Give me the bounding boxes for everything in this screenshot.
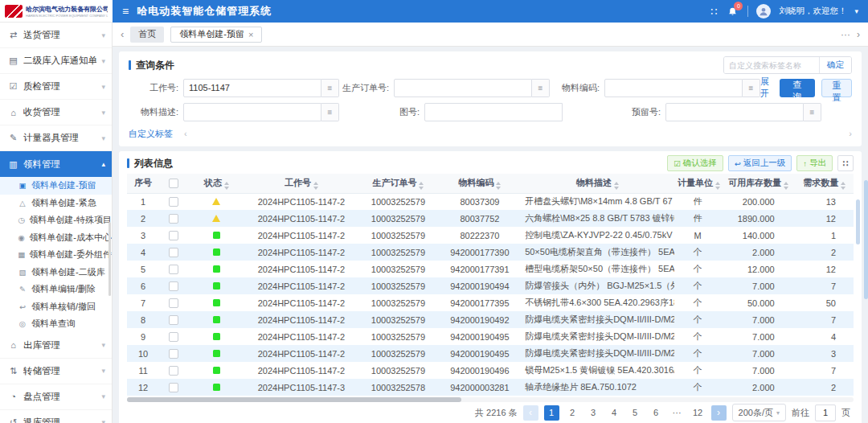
custom-tag-search-input[interactable] <box>724 57 819 73</box>
sort-carets-icon[interactable] <box>784 182 788 190</box>
sort-carets-icon[interactable] <box>313 182 318 190</box>
sidebar-subitem[interactable]: ▧ 领料单创建-二级库 <box>0 264 112 281</box>
page-number[interactable]: 4 <box>607 405 622 421</box>
sidebar-item[interactable]: ◔ 盘点管理 ▾ <box>0 384 112 410</box>
column-header[interactable]: 物料描述 <box>521 174 674 193</box>
grid-view-icon[interactable]: ∷ <box>837 155 854 171</box>
table-row[interactable]: 3 2024HPC1105-1147-2 10003252579 8022237… <box>127 227 854 244</box>
table-row[interactable]: 2 2024HPC1105-1147-2 10003252579 8003775… <box>127 210 854 227</box>
row-checkbox[interactable] <box>169 298 178 308</box>
query-field-input[interactable] <box>183 103 321 121</box>
sort-carets-icon[interactable] <box>496 182 501 190</box>
sidebar-subitem[interactable]: ◉ 领料单创建-成本中心 <box>0 229 112 247</box>
table-row[interactable]: 10 2024HPC1105-1147-2 10003252579 942000… <box>127 345 854 362</box>
user-avatar[interactable] <box>756 4 771 18</box>
page-number[interactable]: 3 <box>586 405 601 421</box>
select-all-checkbox[interactable] <box>169 179 178 188</box>
list-select-icon[interactable]: ≡ <box>321 79 339 97</box>
table-row[interactable]: 9 2024HPC1105-1147-2 10003252579 9420001… <box>127 328 854 345</box>
sidebar-subitem[interactable]: ↩ 领料单核销/撤回 <box>0 298 112 316</box>
column-header[interactable]: 物料编码 <box>439 174 521 193</box>
prev-page-icon[interactable]: ‹ <box>523 405 538 421</box>
sort-carets-icon[interactable] <box>715 182 720 190</box>
table-row[interactable]: 11 2024HPC1105-1147-2 10003252579 942000… <box>127 362 854 379</box>
expand-link[interactable]: 展开 <box>760 76 773 100</box>
row-checkbox[interactable] <box>169 281 178 291</box>
query-field-input[interactable] <box>665 103 804 121</box>
collapse-menu-icon[interactable]: ≡ <box>122 6 129 17</box>
sidebar-subitem[interactable]: ◎ 领料单查询 <box>0 315 112 333</box>
list-toolbar-button[interactable]: ↩ 返回上一级 <box>728 155 792 171</box>
tabs-scroll-left-icon[interactable]: ‹ <box>121 28 124 40</box>
tabs-more-icon[interactable]: ··· <box>841 29 850 40</box>
page-number[interactable]: 6 <box>649 405 664 421</box>
tags-scroll-right-icon[interactable]: › <box>849 129 852 138</box>
row-checkbox[interactable] <box>169 366 178 376</box>
table-row[interactable]: 4 2024HPC1105-1147-2 10003252579 9420001… <box>127 244 854 261</box>
row-checkbox[interactable] <box>169 383 178 392</box>
sidebar-item[interactable]: ⌂ 出库管理 ▾ <box>0 333 112 359</box>
sidebar-scrollbar[interactable] <box>108 222 111 296</box>
list-select-icon[interactable]: ≡ <box>743 79 760 97</box>
row-checkbox[interactable] <box>169 231 178 240</box>
column-header[interactable]: 工作号 <box>245 174 358 193</box>
list-select-icon[interactable]: ≡ <box>532 79 550 97</box>
page-number[interactable]: ··· <box>669 405 685 421</box>
sidebar-item[interactable]: ⇅ 转储管理 ▾ <box>0 359 112 384</box>
table-row[interactable]: 7 2024HPC1105-1147-2 10003252579 9420001… <box>127 294 854 311</box>
reset-button[interactable]: 重置 <box>821 79 852 97</box>
tags-scroll-left-icon[interactable]: ‹ <box>184 129 187 138</box>
table-row[interactable]: 12 2024HPC1105-1147-3 10003252578 942000… <box>127 379 854 396</box>
row-checkbox[interactable] <box>169 332 178 342</box>
row-checkbox[interactable] <box>169 197 178 207</box>
query-field-input[interactable] <box>183 79 321 97</box>
row-checkbox[interactable] <box>169 349 178 359</box>
search-button[interactable]: 查询 <box>780 79 815 97</box>
column-header[interactable]: 需求数量 <box>796 174 854 193</box>
page-size-select[interactable]: 200条/页 ▾ <box>732 404 786 421</box>
column-header[interactable]: 生产订单号 <box>358 174 438 193</box>
table-row[interactable]: 6 2024HPC1105-1147-2 10003252579 9420001… <box>127 277 854 294</box>
sidebar-item[interactable]: ↺ 退库管理 ▾ <box>0 410 112 423</box>
sort-carets-icon[interactable] <box>614 182 619 190</box>
page-number[interactable]: 1 <box>544 405 559 421</box>
tab-home[interactable]: 首页 <box>130 27 164 43</box>
table-row[interactable]: 5 2024HPC1105-1147-2 10003252579 9420001… <box>127 261 854 277</box>
query-field-input[interactable] <box>394 79 532 97</box>
page-number[interactable]: 2 <box>565 405 580 421</box>
column-header[interactable]: 可用库存数量 <box>721 174 795 193</box>
sort-carets-icon[interactable] <box>224 182 229 190</box>
table-row[interactable]: 1 2024HPC1105-1147-2 10003252579 8003730… <box>127 193 854 210</box>
query-field-input[interactable] <box>604 79 743 97</box>
page-scroll-thumb[interactable] <box>864 180 868 299</box>
close-icon[interactable]: × <box>248 30 253 39</box>
list-toolbar-button[interactable]: ☑ 确认选择 <box>667 155 723 171</box>
sidebar-subitem[interactable]: ✎ 领料单编辑/删除 <box>0 281 112 298</box>
sidebar-item[interactable]: ⌂ 收货管理 ▾ <box>0 100 112 125</box>
list-toolbar-button[interactable]: ↑ 导出 <box>796 155 833 171</box>
user-greeting[interactable]: 刘晓明，欢迎您！ <box>779 6 846 17</box>
sidebar-item[interactable]: ▤ 二级库入库通知单 ▾ <box>0 48 112 74</box>
goto-page-input[interactable] <box>815 405 836 421</box>
row-checkbox[interactable] <box>169 315 178 325</box>
row-checkbox[interactable] <box>169 214 178 224</box>
row-checkbox[interactable] <box>169 265 178 274</box>
fullscreen-icon[interactable]: ∷ <box>710 6 717 18</box>
page-number[interactable]: 5 <box>628 405 643 421</box>
row-checkbox[interactable] <box>169 248 178 257</box>
notification-bell-icon[interactable]: 0 <box>725 4 739 18</box>
sidebar-subitem[interactable]: △ 领料单创建-紧急 <box>0 195 112 212</box>
sidebar-item[interactable]: ☑ 质检管理 ▾ <box>0 74 112 100</box>
next-page-icon[interactable]: › <box>711 405 727 421</box>
column-header[interactable]: 状态 <box>188 174 244 193</box>
page-number[interactable]: 12 <box>690 405 706 421</box>
table-vertical-scroll-thumb[interactable] <box>856 199 860 244</box>
sort-carets-icon[interactable] <box>841 182 845 190</box>
sidebar-item[interactable]: ⇄ 送货管理 ▾ <box>0 23 112 48</box>
query-field-input[interactable] <box>424 103 563 121</box>
confirm-button[interactable]: 确定 <box>819 56 851 74</box>
table-row[interactable]: 8 2024HPC1105-1147-2 10003252579 9420001… <box>127 311 854 328</box>
sort-carets-icon[interactable] <box>419 182 424 190</box>
column-header[interactable]: 计量单位 <box>674 174 721 193</box>
sidebar-subitem[interactable]: ◷ 领料单创建-特殊项目 <box>0 212 112 229</box>
